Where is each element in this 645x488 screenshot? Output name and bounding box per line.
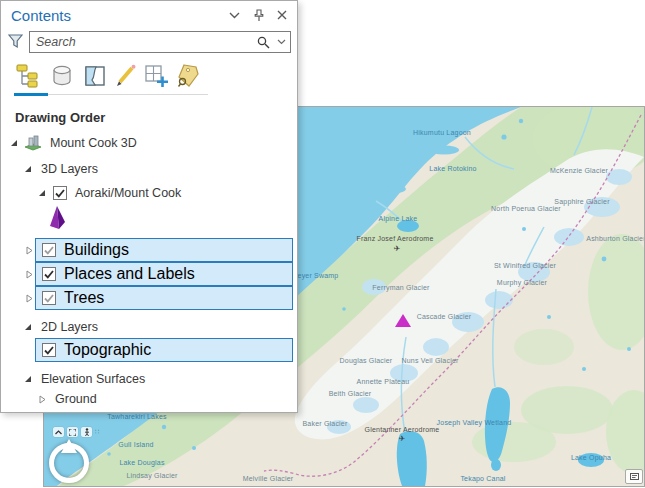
pin-icon[interactable] bbox=[249, 6, 267, 24]
tree-item-trees[interactable]: Trees bbox=[35, 286, 293, 310]
selected-tab-underline bbox=[14, 93, 48, 96]
layer-checkbox-checked[interactable] bbox=[53, 186, 67, 200]
tree-item-topographic[interactable]: Topographic bbox=[35, 338, 293, 362]
expander-expanded-icon[interactable] bbox=[37, 189, 47, 197]
tree-item-label: Mount Cook 3D bbox=[50, 136, 137, 150]
tab-list-by-snapping[interactable] bbox=[142, 62, 170, 90]
tree-item-2d-layers[interactable]: 2D Layers bbox=[23, 317, 98, 337]
tree-item-3d-layers[interactable]: 3D Layers bbox=[23, 159, 98, 179]
navigator-toolbar[interactable]: ∷ bbox=[53, 427, 99, 437]
tree-item-label: 2D Layers bbox=[41, 320, 98, 334]
tree-item-label: 3D Layers bbox=[41, 162, 98, 176]
expander-expanded-icon[interactable] bbox=[23, 323, 33, 331]
full-extent-icon[interactable] bbox=[67, 427, 78, 437]
tree-item-elevation-surfaces[interactable]: Elevation Surfaces bbox=[23, 369, 145, 389]
pane-title: Contents bbox=[11, 7, 225, 24]
tree-item-label: Places and Labels bbox=[64, 265, 195, 283]
expander-collapsed-icon[interactable] bbox=[24, 294, 34, 303]
magnifier-icon[interactable] bbox=[254, 36, 272, 49]
tree-item-label: Topographic bbox=[64, 341, 151, 359]
tree-item-label: Aoraki/Mount Cook bbox=[75, 186, 181, 200]
pane-menu-button[interactable] bbox=[225, 6, 243, 24]
tree-item-label: Buildings bbox=[64, 241, 129, 259]
expander-collapsed-icon[interactable] bbox=[24, 270, 34, 279]
tab-list-by-labeling[interactable] bbox=[174, 62, 202, 90]
tree-item-places-and-labels[interactable]: Places and Labels bbox=[35, 262, 293, 286]
pedestrian-view-icon[interactable] bbox=[81, 427, 92, 437]
filter-icon[interactable] bbox=[8, 34, 24, 50]
tree-item-buildings[interactable]: Buildings bbox=[35, 238, 293, 262]
expander-expanded-icon[interactable] bbox=[9, 139, 19, 147]
expand-navigator-icon[interactable] bbox=[53, 427, 64, 437]
layer-checkbox-checked-gray[interactable] bbox=[42, 243, 56, 257]
tree-item-label: Elevation Surfaces bbox=[41, 372, 145, 386]
tree-item-ground[interactable]: Ground bbox=[37, 389, 97, 409]
scene-icon bbox=[24, 135, 42, 151]
map-feedback-button[interactable] bbox=[625, 469, 643, 484]
north-arrow-icon bbox=[61, 439, 77, 453]
expander-collapsed-icon[interactable] bbox=[37, 395, 47, 404]
mount-cook-marker bbox=[395, 314, 411, 327]
tab-list-by-drawing-order[interactable] bbox=[13, 62, 41, 90]
search-box bbox=[29, 31, 291, 53]
tree-item-label: Ground bbox=[55, 392, 97, 406]
contents-pane: Contents bbox=[0, 0, 298, 413]
tree-item-aoraki-mount-cook[interactable]: Aoraki/Mount Cook bbox=[37, 183, 181, 203]
tree-item-mount-cook-3d[interactable]: Mount Cook 3D bbox=[9, 133, 137, 153]
layer-checkbox-checked[interactable] bbox=[42, 343, 56, 357]
tree-item-label: Trees bbox=[64, 289, 104, 307]
chevron-down-icon[interactable] bbox=[272, 39, 290, 45]
tab-list-by-data-source[interactable] bbox=[48, 62, 76, 90]
pane-header: Contents bbox=[1, 1, 297, 29]
layer-checkbox-checked[interactable] bbox=[42, 267, 56, 281]
tab-list-by-selection[interactable] bbox=[81, 62, 109, 90]
tab-separator bbox=[48, 94, 208, 95]
purple-tetrahedron-symbol[interactable] bbox=[47, 205, 67, 235]
spinner-icon: ∷ bbox=[95, 428, 99, 436]
tab-list-by-editing[interactable] bbox=[112, 62, 140, 90]
compass-control[interactable] bbox=[49, 443, 89, 483]
expander-expanded-icon[interactable] bbox=[23, 165, 33, 173]
layer-checkbox-checked-gray[interactable] bbox=[42, 291, 56, 305]
close-icon[interactable] bbox=[273, 6, 291, 24]
expander-expanded-icon[interactable] bbox=[23, 375, 33, 383]
search-input[interactable] bbox=[30, 35, 254, 49]
drawing-order-heading: Drawing Order bbox=[15, 110, 105, 125]
expander-collapsed-icon[interactable] bbox=[24, 246, 34, 255]
